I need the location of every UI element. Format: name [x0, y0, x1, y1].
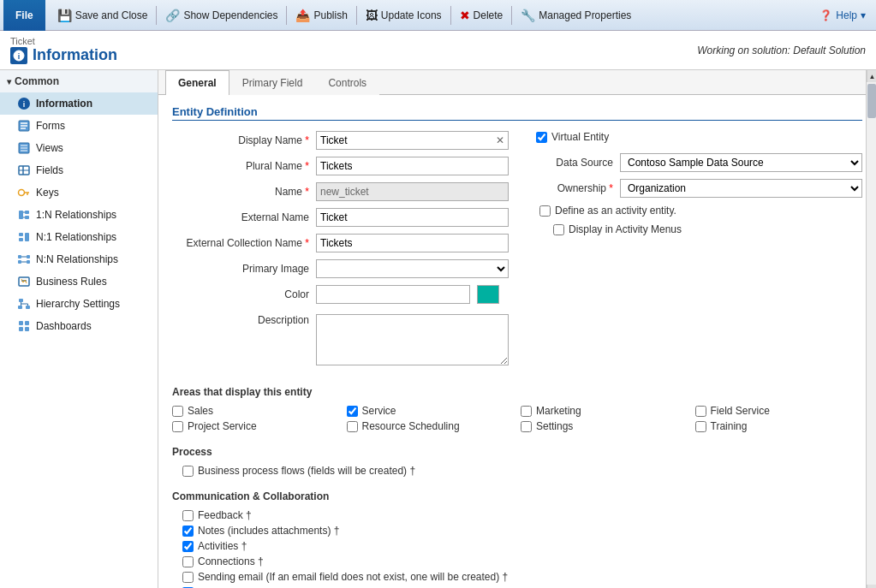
managed-props-icon: 🔧 — [521, 9, 535, 22]
data-source-select[interactable]: Contoso Sample Data Source — [620, 153, 862, 172]
sidebar-common-header[interactable]: ▾ Common — [0, 70, 158, 92]
form-right-col: Virtual Entity Data Source Contoso Sampl… — [526, 131, 862, 372]
display-activity-checkbox[interactable] — [553, 224, 564, 235]
area-sales-checkbox[interactable] — [172, 406, 183, 417]
virtual-entity-checkbox[interactable] — [536, 132, 547, 143]
area-marketing[interactable]: Marketing — [521, 405, 688, 417]
area-project-service[interactable]: Project Service — [172, 420, 340, 432]
display-name-input[interactable] — [317, 133, 492, 148]
svg-rect-43 — [25, 327, 29, 331]
color-input[interactable] — [316, 285, 470, 304]
name-label: Name * — [172, 186, 309, 198]
svg-rect-29 — [27, 260, 30, 264]
area-resource-scheduling[interactable]: Resource Scheduling — [347, 420, 515, 432]
svg-rect-18 — [19, 211, 23, 219]
area-field-service[interactable]: Field Service — [695, 405, 863, 417]
ownership-row: Ownership * Organization — [536, 179, 862, 198]
comm-activities[interactable]: Activities † — [172, 540, 862, 552]
file-button[interactable]: File — [3, 0, 45, 31]
area-training[interactable]: Training — [695, 420, 863, 432]
save-close-button[interactable]: 💾 Save and Close — [51, 3, 155, 28]
scroll-up-arrow[interactable]: ▲ — [867, 70, 876, 82]
color-label: Color — [172, 288, 309, 300]
sidebar-item-business-rules[interactable]: Business Rules — [0, 270, 158, 293]
scroll-thumb[interactable] — [867, 84, 876, 118]
managed-properties-button[interactable]: 🔧 Managed Properties — [514, 3, 638, 28]
svg-rect-23 — [25, 233, 29, 241]
area-sales[interactable]: Sales — [172, 405, 340, 417]
sidebar-item-fields[interactable]: Fields — [0, 159, 158, 181]
sidebar-item-forms[interactable]: Forms — [0, 115, 158, 137]
comm-feedback[interactable]: Feedback † — [172, 509, 862, 521]
display-name-clear-btn[interactable]: ✕ — [492, 134, 508, 146]
area-project-service-checkbox[interactable] — [172, 421, 183, 432]
comm-sending-email[interactable]: Sending email (If an email field does no… — [172, 571, 862, 583]
publish-button[interactable]: 📤 Publish — [289, 3, 354, 28]
comm-connections[interactable]: Connections † — [172, 555, 862, 567]
tab-primary-field[interactable]: Primary Field — [229, 70, 316, 95]
area-training-checkbox[interactable] — [695, 421, 706, 432]
virtual-entity-label[interactable]: Virtual Entity — [536, 131, 609, 143]
ownership-select[interactable]: Organization — [620, 179, 862, 198]
area-service[interactable]: Service — [347, 405, 515, 417]
define-activity-label[interactable]: Define as an activity entity. — [539, 205, 676, 217]
external-name-input[interactable] — [316, 208, 509, 227]
update-icons-icon: 🖼 — [366, 9, 378, 22]
sidebar-item-1n-relationships[interactable]: 1:N Relationships — [0, 204, 158, 226]
display-activity-label[interactable]: Display in Activity Menus — [553, 223, 682, 235]
update-icons-button[interactable]: 🖼 Update Icons — [359, 3, 449, 28]
primary-image-select[interactable] — [316, 259, 509, 278]
color-swatch[interactable] — [477, 285, 499, 304]
bpf-checkbox[interactable] — [182, 466, 194, 477]
areas-grid: Sales Service Marketing Field Service — [172, 405, 862, 432]
show-dependencies-button[interactable]: 🔗 Show Dependencies — [158, 3, 284, 28]
sidebar-item-dashboards[interactable]: Dashboards — [0, 315, 158, 337]
tab-controls[interactable]: Controls — [315, 70, 379, 95]
area-settings-checkbox[interactable] — [521, 421, 532, 432]
bpf-label[interactable]: Business process flows (fields will be c… — [172, 465, 862, 477]
sidebar: ▾ Common i Information Forms — [0, 70, 158, 588]
comm-feedback-checkbox[interactable] — [182, 510, 194, 521]
name-row: Name * — [172, 182, 509, 201]
scroll-down-arrow[interactable]: ▼ — [867, 585, 876, 588]
sidebar-item-hierarchy-settings[interactable]: Hierarchy Settings — [0, 293, 158, 315]
sidebar-item-n1-relationships[interactable]: N:1 Relationships — [0, 226, 158, 248]
ownership-label: Ownership * — [536, 182, 613, 194]
comm-activities-checkbox[interactable] — [182, 541, 194, 552]
area-field-service-checkbox[interactable] — [695, 406, 706, 417]
sidebar-item-keys[interactable]: Keys — [0, 181, 158, 204]
communication-section: Communication & Collaboration Feedback †… — [172, 490, 862, 588]
plural-name-input[interactable] — [316, 157, 509, 175]
comm-notes[interactable]: Notes (includes attachments) † — [172, 525, 862, 537]
tab-general[interactable]: General — [165, 70, 229, 95]
description-textarea[interactable] — [316, 314, 509, 365]
sidebar-item-information[interactable]: i Information — [0, 92, 158, 115]
forms-icon — [17, 119, 31, 133]
areas-section: Areas that display this entity Sales Ser… — [172, 386, 862, 432]
help-button[interactable]: ❓ Help ▾ — [813, 6, 873, 25]
area-resource-scheduling-checkbox[interactable] — [347, 421, 358, 432]
define-activity-checkbox[interactable] — [539, 205, 551, 217]
comm-connections-checkbox[interactable] — [182, 556, 194, 567]
description-label: Description — [172, 311, 309, 326]
scroll-thumb-area — [867, 82, 876, 585]
name-input[interactable] — [316, 182, 509, 201]
comm-list: Feedback † Notes (includes attachments) … — [172, 509, 862, 588]
svg-text:i: i — [23, 100, 26, 109]
svg-rect-19 — [25, 211, 29, 214]
comm-sending-email-checkbox[interactable] — [182, 572, 194, 583]
sidebar-item-nn-relationships[interactable]: N:N Relationships — [0, 248, 158, 270]
area-settings[interactable]: Settings — [521, 420, 688, 432]
area-marketing-checkbox[interactable] — [521, 406, 532, 417]
external-collection-input[interactable] — [316, 234, 509, 252]
svg-rect-41 — [25, 321, 29, 325]
sidebar-item-views[interactable]: Views — [0, 137, 158, 159]
hierarchy-icon — [17, 297, 31, 311]
delete-button[interactable]: ✖ Delete — [453, 3, 510, 28]
area-service-checkbox[interactable] — [347, 406, 358, 417]
comm-notes-checkbox[interactable] — [182, 526, 194, 537]
nn-icon — [17, 252, 31, 266]
process-section: Process Business process flows (fields w… — [172, 446, 862, 477]
virtual-entity-row: Virtual Entity — [536, 131, 862, 143]
n1-icon — [17, 230, 31, 244]
